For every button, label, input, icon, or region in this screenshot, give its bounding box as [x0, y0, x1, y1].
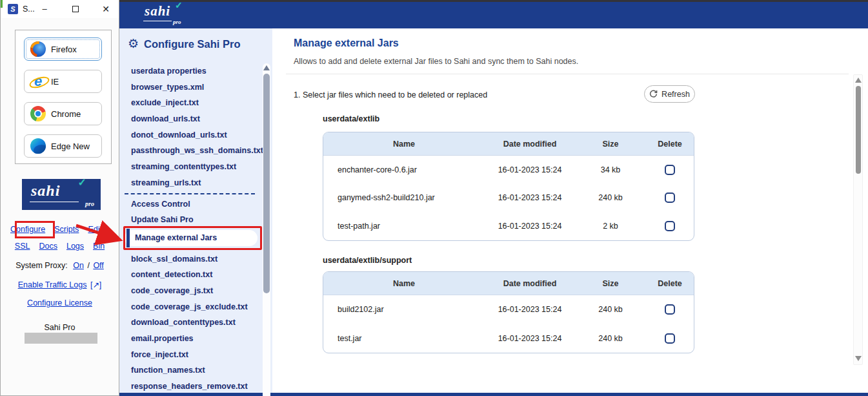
- sahi-pro-logo: sahi ✓ pro: [143, 4, 192, 26]
- sahi-wordmark: sahi: [31, 182, 60, 199]
- table-row: build2102.jar 16-01-2023 15:24 240 kb: [323, 295, 694, 324]
- browser-launch-panel: Firefox e IE Chrome Edge New: [15, 30, 112, 164]
- delete-checkbox[interactable]: [665, 193, 675, 203]
- logs-link[interactable]: Logs: [66, 242, 84, 251]
- sidebar-item-code-coverage-js[interactable]: code_coverage_js.txt: [119, 283, 263, 299]
- sidebar-item-email-properties[interactable]: email.properties: [119, 331, 263, 347]
- jar-table-extlib-support: Name Date modified Size Delete build2102…: [323, 271, 694, 353]
- close-button[interactable]: ✕: [100, 3, 112, 15]
- column-header-delete: Delete: [646, 140, 694, 149]
- delete-checkbox[interactable]: [665, 221, 675, 231]
- edge-label: Edge New: [51, 141, 90, 151]
- window-title: S...: [23, 5, 35, 14]
- sidebar-item-streaming-urls[interactable]: streaming_urls.txt: [119, 175, 263, 191]
- editor-link[interactable]: Editor: [88, 225, 109, 234]
- sidebar-item-access-control[interactable]: Access Control: [119, 196, 263, 213]
- sidebar-item-download-contenttypes[interactable]: download_contenttypes.txt: [119, 315, 263, 331]
- jar-date: 16-01-2023 15:24: [485, 334, 575, 343]
- sidebar-item-streaming-contenttypes[interactable]: streaming_contenttypes.txt: [119, 159, 263, 175]
- sidebar-item-block-ssl-domains[interactable]: block_ssl_domains.txt: [119, 251, 263, 267]
- column-header-size: Size: [575, 140, 646, 149]
- sidebar-item-response-headers-remove[interactable]: response_headers_remove.txt: [119, 379, 263, 395]
- sidebar-item-content-detection[interactable]: content_detection.txt: [119, 267, 263, 283]
- table-row: ganymed-ssh2-build210.jar 16-01-2023 15:…: [323, 184, 694, 213]
- jar-size: 240 kb: [575, 334, 646, 343]
- logo-underline: [30, 202, 79, 202]
- ssl-link[interactable]: SSL: [15, 242, 30, 251]
- delete-checkbox[interactable]: [665, 165, 675, 175]
- chrome-button[interactable]: Chrome: [24, 102, 102, 125]
- sahi-pro-logo-large: sahi ✓ pro: [22, 179, 101, 210]
- external-link-icon[interactable]: [↗]: [90, 280, 101, 289]
- minimize-button[interactable]: –: [39, 3, 50, 15]
- jar-date: 16-01-2023 15:24: [485, 165, 575, 174]
- docs-link[interactable]: Docs: [39, 242, 57, 251]
- ie-label: IE: [51, 77, 59, 87]
- edge-button[interactable]: Edge New: [24, 134, 102, 158]
- app-header-bar: sahi ✓ pro: [119, 0, 868, 28]
- sidebar-divider: [125, 248, 255, 249]
- chrome-icon: [30, 106, 46, 121]
- background-window-sliver: [1, 0, 3, 8]
- maximize-icon: [72, 6, 79, 12]
- sidebar-item-userdata-properties[interactable]: userdata properties: [119, 63, 263, 79]
- traffic-logs-row: Enable Traffic Logs [↗]: [1, 280, 119, 289]
- sidebar-item-manage-external-jars[interactable]: Manage external Jars: [125, 230, 257, 246]
- sidebar-item-download-urls[interactable]: download_urls.txt: [119, 111, 263, 127]
- configure-license-link[interactable]: Configure License: [27, 298, 92, 307]
- scrollbar-thumb[interactable]: [856, 86, 861, 174]
- proxy-separator: /: [87, 261, 89, 270]
- sidebar-item-code-coverage-js-exclude[interactable]: code_coverage_js_exclude.txt: [119, 299, 263, 315]
- delete-checkbox[interactable]: [665, 333, 675, 344]
- window-titlebar[interactable]: S S... – ✕: [1, 0, 119, 18]
- jar-size: 2 kb: [575, 222, 646, 231]
- section-divider: [286, 74, 849, 74]
- sidebar-item-force-inject[interactable]: force_inject.txt: [119, 347, 263, 363]
- bin-link[interactable]: Bin: [93, 242, 105, 251]
- scrollbar-thumb[interactable]: [263, 74, 270, 293]
- ie-button[interactable]: e IE: [24, 70, 102, 93]
- firefox-icon: [30, 41, 46, 57]
- main-scrollbar[interactable]: [853, 74, 863, 365]
- sidebar-scrollbar[interactable]: [263, 63, 270, 396]
- scroll-down-icon[interactable]: [855, 356, 862, 361]
- proxy-off-link[interactable]: Off: [93, 261, 103, 270]
- firefox-button[interactable]: Firefox: [24, 37, 102, 61]
- product-label-row: Sahi Pro: [1, 323, 119, 332]
- table-row: enchanter-core-0.6.jar 16-01-2023 15:24 …: [323, 156, 694, 184]
- config-sidebar: ⚙ Configure Sahi Pro userdata properties…: [119, 28, 272, 393]
- refresh-button[interactable]: Refresh: [644, 85, 695, 103]
- scripts-link[interactable]: Scripts: [54, 225, 79, 234]
- table-row: test.jar 16-01-2023 15:24 240 kb: [323, 324, 694, 353]
- sahi-check-icon: ✓: [78, 176, 86, 189]
- sidebar-item-passthrough[interactable]: passthrough_ws_ssh_domains.txt: [119, 143, 263, 159]
- ie-icon: e: [30, 74, 46, 89]
- sidebar-item-browser-types[interactable]: browser_types.xml: [119, 79, 263, 96]
- gear-icon: ⚙: [128, 37, 139, 51]
- jar-name: ganymed-ssh2-build210.jar: [323, 193, 485, 202]
- sidebar-item-exclude-inject[interactable]: exclude_inject.txt: [119, 95, 263, 111]
- column-header-date-modified: Date modified: [485, 279, 575, 288]
- configure-link[interactable]: Configure: [10, 225, 45, 234]
- scroll-up-icon[interactable]: [855, 78, 862, 83]
- window-top-edge: [119, 0, 868, 2]
- sidebar-item-update-sahi-pro[interactable]: Update Sahi Pro: [119, 212, 263, 228]
- column-header-size: Size: [575, 279, 646, 288]
- jar-name: test-path.jar: [323, 222, 485, 231]
- column-header-date-modified: Date modified: [485, 140, 575, 149]
- scroll-up-icon[interactable]: [263, 65, 270, 70]
- sahi-launcher-window: S S... – ✕ Firefox e IE Chrome Edge New …: [0, 0, 119, 396]
- jar-name: build2102.jar: [323, 305, 485, 314]
- sahi-pro-status-label: Sahi Pro: [45, 323, 76, 332]
- proxy-on-link[interactable]: On: [73, 261, 84, 270]
- enable-traffic-logs-link[interactable]: Enable Traffic Logs: [18, 280, 87, 289]
- logo-underline: [143, 21, 172, 21]
- sidebar-item-donot-download-urls[interactable]: donot_download_urls.txt: [119, 127, 263, 143]
- sahi-pro-sub: pro: [85, 200, 94, 208]
- sidebar-item-function-names[interactable]: function_names.txt: [119, 362, 263, 379]
- delete-checkbox[interactable]: [665, 304, 675, 315]
- chrome-label: Chrome: [51, 109, 81, 119]
- page-subtitle: Allows to add and delete external Jar fi…: [294, 57, 578, 66]
- folder-path-label: userdata/extlib: [323, 114, 379, 123]
- maximize-button[interactable]: [70, 3, 81, 15]
